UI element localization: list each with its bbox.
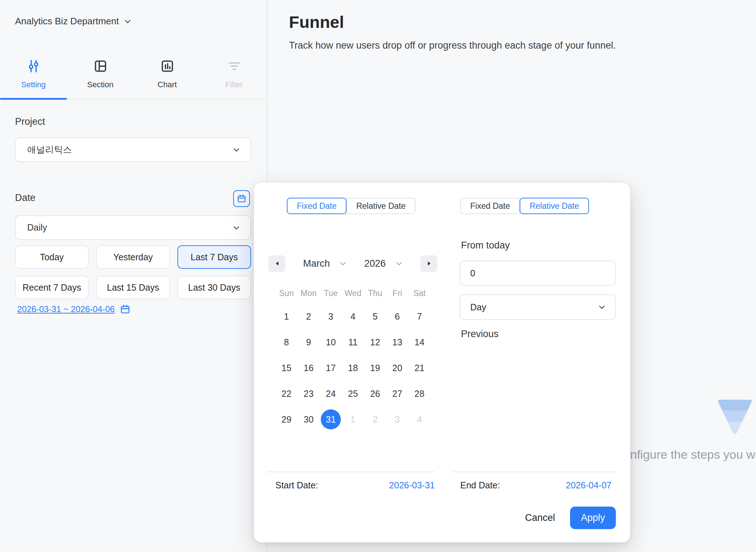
calendar-day[interactable]: 30	[298, 406, 320, 432]
workspace-switcher[interactable]: Analytics Biz Department	[15, 16, 132, 27]
calendar-day[interactable]: 2	[364, 406, 386, 432]
end-fixed-date-button[interactable]: Fixed Date	[460, 198, 520, 214]
calendar-day[interactable]: 29	[275, 406, 298, 432]
calendar-day[interactable]: 16	[298, 355, 320, 381]
calendar-day[interactable]: 31	[320, 406, 342, 432]
end-relative-date-button[interactable]: Relative Date	[520, 198, 589, 214]
calendar-day[interactable]: 22	[275, 381, 298, 406]
start-date-row: Start Date: 2026-03-31	[275, 480, 435, 491]
date-preset-group: Today Yesterday Last 7 Days Recent 7 Day…	[15, 245, 251, 299]
year-select[interactable]: 2026	[364, 258, 403, 269]
calendar-day[interactable]: 4	[408, 406, 431, 432]
date-label: Date	[15, 192, 35, 203]
calendar-day[interactable]: 28	[408, 381, 431, 406]
start-relative-date-button[interactable]: Relative Date	[347, 198, 416, 214]
calendar-day[interactable]: 14	[408, 329, 431, 355]
sliders-icon	[26, 58, 41, 74]
project-label: Project	[15, 116, 45, 127]
filter-icon	[227, 58, 242, 74]
end-date-row: End Date: 2026-04-07	[460, 480, 612, 491]
weekday-label: Tue	[320, 289, 342, 298]
start-date-value[interactable]: 2026-03-31	[389, 480, 435, 491]
calendar-day[interactable]: 1	[342, 406, 364, 432]
tab-chart[interactable]: Chart	[134, 53, 201, 99]
preset-last-30-days-button[interactable]: Last 30 Days	[177, 276, 251, 299]
calendar-day[interactable]: 24	[320, 381, 342, 406]
calendar-day[interactable]: 27	[386, 381, 408, 406]
tab-label: Section	[87, 80, 113, 89]
next-month-button[interactable]	[421, 255, 437, 272]
calendar-day[interactable]: 8	[275, 329, 298, 355]
project-select[interactable]: 애널리틱스	[15, 137, 251, 162]
preset-today-button[interactable]: Today	[15, 245, 89, 269]
calendar-day[interactable]: 12	[364, 329, 386, 355]
chevron-down-icon	[395, 260, 403, 267]
direction-label: Previous	[461, 329, 499, 340]
workspace-label: Analytics Biz Department	[15, 16, 119, 27]
calendar-day[interactable]: 3	[320, 304, 342, 329]
start-fixed-date-button[interactable]: Fixed Date	[287, 198, 347, 214]
month-year-controls: March 2026	[285, 258, 421, 269]
calendar-day[interactable]: 17	[320, 355, 342, 381]
tab-label: Setting	[21, 80, 46, 89]
calendar-day[interactable]: 9	[298, 329, 320, 355]
calendar-day[interactable]: 26	[364, 381, 386, 406]
start-date-divider	[267, 472, 435, 472]
tab-label: Chart	[158, 80, 177, 89]
page-title: Funnel	[289, 12, 344, 32]
calendar-day[interactable]: 3	[386, 406, 408, 432]
calendar-day[interactable]: 2	[298, 304, 320, 329]
tab-filter[interactable]: Filter	[201, 53, 267, 99]
page-subtitle: Track how new users drop off or progress…	[289, 40, 616, 51]
calendar-day[interactable]: 19	[364, 355, 386, 381]
start-mode-toggle: Fixed Date Relative Date	[287, 198, 416, 214]
preset-last-15-days-button[interactable]: Last 15 Days	[96, 276, 170, 299]
project-select-value: 애널리틱스	[27, 144, 232, 156]
month-select[interactable]: March	[303, 258, 347, 269]
granularity-select[interactable]: Daily	[15, 215, 251, 240]
cancel-button[interactable]: Cancel	[525, 512, 555, 523]
calendar-day[interactable]: 25	[342, 381, 364, 406]
tab-setting[interactable]: Setting	[0, 53, 67, 99]
calendar-day[interactable]: 10	[320, 329, 342, 355]
year-select-value: 2026	[364, 258, 386, 269]
calendar-grid: 1234567891011121314151617181920212223242…	[275, 304, 431, 432]
funnel-illustration-icon	[717, 400, 753, 434]
weekday-label: Fri	[386, 289, 408, 298]
bar-chart-icon	[160, 58, 175, 74]
calendar-day[interactable]: 23	[298, 381, 320, 406]
end-date-value[interactable]: 2026-04-07	[566, 480, 612, 491]
preset-recent-7-days-button[interactable]: Recent 7 Days	[15, 276, 89, 299]
calendar-day[interactable]: 13	[386, 329, 408, 355]
calendar-day[interactable]: 7	[408, 304, 431, 329]
offset-input[interactable]	[460, 261, 616, 286]
sidebar-tabs: Setting Section Chart	[0, 53, 267, 99]
app-root: Analytics Biz Department Setting	[0, 0, 756, 552]
chevron-down-icon	[598, 303, 606, 311]
weekday-label: Mon	[298, 289, 320, 298]
selected-range-row: 2026-03-31 ~ 2026-04-06	[17, 304, 131, 315]
calendar-icon[interactable]	[120, 304, 131, 315]
apply-button[interactable]: Apply	[570, 507, 616, 529]
tab-section[interactable]: Section	[67, 53, 134, 99]
calendar-day[interactable]: 15	[275, 355, 298, 381]
tab-label: Filter	[225, 80, 243, 89]
preset-last-7-days-button[interactable]: Last 7 Days	[177, 245, 251, 269]
calendar-day[interactable]: 5	[364, 304, 386, 329]
previous-month-button[interactable]	[269, 255, 285, 272]
date-range-modal: Fixed Date Relative Date Fixed Date Rela…	[254, 183, 630, 542]
open-date-picker-button[interactable]	[233, 190, 250, 207]
calendar-day[interactable]: 11	[342, 329, 364, 355]
calendar-day[interactable]: 1	[275, 304, 298, 329]
calendar-day[interactable]: 4	[342, 304, 364, 329]
end-mode-toggle: Fixed Date Relative Date	[460, 198, 589, 214]
unit-select[interactable]: Day	[460, 294, 616, 320]
calendar-day[interactable]: 18	[342, 355, 364, 381]
layout-icon	[93, 58, 108, 74]
date-range-link[interactable]: 2026-03-31 ~ 2026-04-06	[17, 304, 115, 314]
calendar-day[interactable]: 20	[386, 355, 408, 381]
calendar-day[interactable]: 6	[386, 304, 408, 329]
chevron-down-icon	[124, 18, 132, 25]
preset-yesterday-button[interactable]: Yesterday	[96, 245, 170, 269]
calendar-day[interactable]: 21	[408, 355, 431, 381]
